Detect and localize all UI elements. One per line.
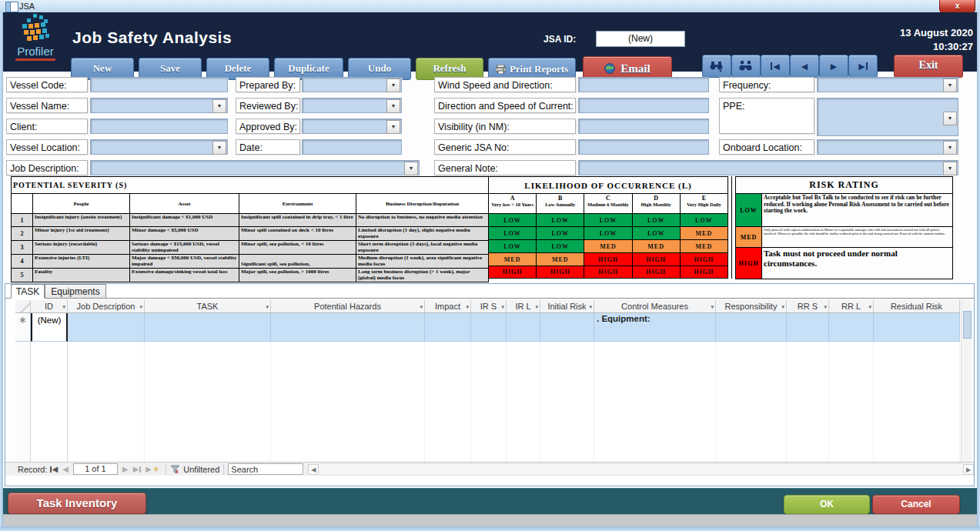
approved-by-field[interactable]: ▾ [302, 119, 402, 134]
column-header[interactable]: IR S▾ [471, 300, 507, 313]
wind-speed-field[interactable] [578, 77, 709, 92]
datasheet-cell[interactable] [145, 313, 271, 342]
dropdown-arrow-icon[interactable]: ▾ [943, 162, 957, 175]
dropdown-arrow-icon[interactable]: ▾ [386, 78, 400, 92]
column-dropdown-icon[interactable]: ▾ [824, 301, 827, 313]
dropdown-arrow-icon[interactable]: ▾ [404, 162, 418, 175]
next-record-button[interactable]: ▶ [120, 465, 131, 473]
job-description-field[interactable]: ▾ [90, 160, 420, 175]
datasheet-cell[interactable] [540, 313, 594, 342]
column-dropdown-icon[interactable]: ▾ [420, 301, 423, 313]
column-header[interactable]: Initial Risk▾ [540, 300, 594, 313]
dropdown-arrow-icon[interactable]: ▾ [212, 141, 226, 155]
column-header[interactable]: Impact▾ [425, 300, 471, 313]
column-header[interactable]: Potential Hazards▾ [271, 300, 425, 313]
scroll-left-icon[interactable]: ◀ [308, 464, 319, 475]
find-next-button[interactable] [702, 55, 731, 78]
datasheet-cell[interactable] [471, 313, 507, 342]
ok-button[interactable]: OK [784, 495, 870, 514]
datasheet-cell[interactable] [507, 313, 540, 342]
vessel-location-field[interactable]: ▾ [90, 139, 228, 155]
scroll-right-icon[interactable]: ▶ [963, 464, 974, 475]
date-field[interactable] [302, 139, 402, 155]
scrollbar-track[interactable] [319, 463, 963, 476]
first-record-button[interactable]: ◀ [48, 465, 61, 473]
column-header[interactable]: Responsibility▾ [716, 300, 787, 313]
frequency-field[interactable]: ▾ [817, 77, 958, 92]
task-inventory-button[interactable]: Task Inventory [8, 493, 146, 514]
dropdown-arrow-icon[interactable]: ▾ [386, 120, 400, 134]
datasheet-vertical-scrollbar[interactable] [961, 300, 972, 462]
window-titlebar[interactable]: JSA [0, 0, 980, 13]
column-dropdown-icon[interactable]: ▾ [501, 301, 504, 313]
datasheet-cell[interactable] [425, 313, 471, 342]
column-header[interactable]: RR S▾ [787, 300, 829, 313]
column-dropdown-icon[interactable]: ▾ [535, 301, 538, 313]
dropdown-arrow-icon[interactable]: ▾ [943, 112, 957, 125]
first-record-button[interactable]: ◀ [761, 55, 790, 78]
previous-record-button[interactable]: ◀ [790, 55, 819, 78]
window-frame-right [977, 12, 980, 531]
column-header[interactable]: TASK▾ [145, 300, 271, 313]
filter-state-label[interactable]: Unfiltered [183, 465, 219, 474]
scrollbar-thumb[interactable] [963, 311, 972, 339]
column-dropdown-icon[interactable]: ▾ [711, 301, 714, 313]
profiler-logo: Profiler [8, 14, 63, 70]
likelihood-col-header: DHigh Monthly [632, 194, 680, 214]
column-dropdown-icon[interactable]: ▾ [62, 301, 65, 313]
last-record-button[interactable]: ▶ [131, 465, 144, 473]
vessel-code-field[interactable] [90, 77, 228, 92]
last-record-button[interactable]: ▶ [848, 55, 878, 78]
column-dropdown-icon[interactable]: ▾ [266, 301, 269, 313]
current-field[interactable] [578, 98, 709, 113]
record-position[interactable]: 1 of 1 [73, 463, 118, 475]
jsa-id-field[interactable]: (New) [596, 31, 685, 47]
datasheet-cell[interactable] [829, 313, 874, 342]
likelihood-cell: HIGH [680, 266, 727, 279]
column-dropdown-icon[interactable]: ▾ [589, 301, 592, 313]
generic-jsa-field[interactable] [578, 139, 709, 155]
exit-button[interactable]: Exit [894, 55, 963, 78]
new-record-id-cell[interactable]: (New) [31, 313, 68, 342]
datasheet-cell[interactable] [874, 313, 960, 342]
dropdown-arrow-icon[interactable]: ▾ [943, 78, 957, 92]
column-dropdown-icon[interactable]: ▾ [868, 301, 871, 313]
record-search-input[interactable] [228, 463, 303, 475]
new-record-button[interactable]: ▶∗ [143, 464, 162, 474]
column-header[interactable]: ID▾ [31, 300, 68, 313]
tab-equipments[interactable]: Equipments [45, 284, 106, 299]
column-header[interactable]: Control Measures▾ [594, 300, 716, 313]
datasheet-cell[interactable] [271, 313, 425, 342]
ppe-field[interactable]: ▾ [817, 98, 958, 136]
column-header[interactable]: RR L▾ [829, 300, 874, 313]
dropdown-arrow-icon[interactable]: ▾ [386, 99, 400, 113]
new-record-selector[interactable]: ∗ [15, 313, 31, 342]
onboard-location-field[interactable]: ▾ [817, 139, 958, 155]
tab-task[interactable]: TASK [11, 284, 45, 299]
horizontal-scrollbar[interactable]: ◀ ▶ [308, 464, 974, 475]
column-header[interactable]: IR L▾ [507, 300, 540, 313]
column-header[interactable]: Residual Risk [874, 300, 960, 313]
vessel-name-field[interactable]: ▾ [90, 98, 228, 113]
datasheet-cell[interactable] [68, 313, 145, 342]
general-note-field[interactable]: ▾ [578, 160, 958, 175]
dropdown-arrow-icon[interactable]: ▾ [943, 141, 957, 155]
cancel-button[interactable]: Cancel [872, 495, 960, 514]
client-field[interactable] [90, 119, 228, 134]
column-dropdown-icon[interactable]: ▾ [466, 301, 469, 313]
reviewed-by-field[interactable]: ▾ [302, 98, 402, 113]
prepared-by-field[interactable]: ▾ [302, 77, 402, 92]
column-dropdown-icon[interactable]: ▾ [139, 301, 142, 313]
column-dropdown-icon[interactable]: ▾ [781, 301, 784, 313]
next-record-button[interactable]: ▶ [819, 55, 848, 78]
find-button[interactable] [731, 55, 761, 78]
visibility-field[interactable] [578, 119, 709, 134]
dropdown-arrow-icon[interactable]: ▾ [212, 99, 226, 113]
previous-record-button[interactable]: ◀ [60, 465, 71, 473]
select-all-corner[interactable] [15, 300, 31, 313]
column-header[interactable]: Job Description▾ [68, 300, 145, 313]
datasheet-cell[interactable] [716, 313, 787, 342]
likelihood-cell: HIGH [584, 253, 632, 266]
datasheet-cell[interactable] [787, 313, 829, 342]
control-measures-cell[interactable]: . Equipment: [594, 313, 716, 342]
